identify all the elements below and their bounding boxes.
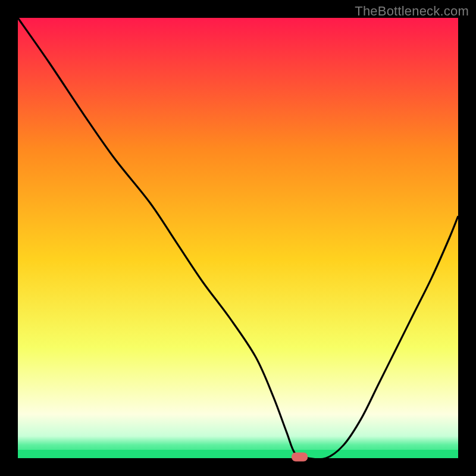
chart-container: TheBottleneck.com (0, 0, 476, 476)
green-band (18, 450, 458, 458)
optimal-marker (292, 453, 308, 461)
plot-area (18, 18, 458, 458)
bottleneck-chart (0, 0, 476, 476)
watermark-text: TheBottleneck.com (355, 4, 469, 19)
